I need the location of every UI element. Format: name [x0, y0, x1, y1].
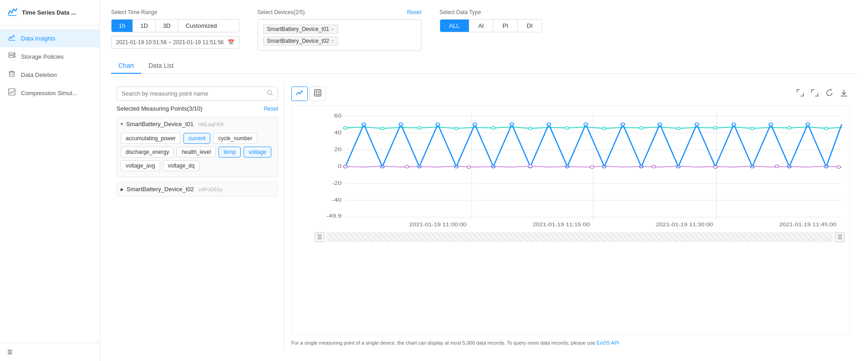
device-section-t02-header[interactable]: ▸ SmartBattery_Device_t02 zAFuD6Sy	[121, 186, 274, 193]
svg-point-85	[713, 166, 717, 168]
device-tag-t01-remove[interactable]: ×	[331, 26, 334, 32]
sidebar-footer[interactable]: ☰	[0, 343, 100, 361]
time-range-1h-button[interactable]: 1h	[112, 20, 133, 32]
download-chart-button[interactable]	[838, 87, 850, 101]
chart-scrollbar: ☰ ☰	[315, 232, 845, 242]
selected-count: Selected Measuring Points(3/10)	[117, 105, 203, 112]
right-panel: 60 40 20 0 -20 -40 -49.9	[284, 81, 857, 352]
search-box[interactable]	[117, 86, 278, 101]
scrollbar-right-handle[interactable]: ☰	[835, 232, 845, 242]
time-range-1d-button[interactable]: 1D	[133, 20, 156, 32]
device-selector-box[interactable]: SmartBattery_Device_t01 × SmartBattery_D…	[258, 19, 421, 51]
refresh-chart-button[interactable]	[823, 87, 835, 101]
sidebar-item-data-deletion[interactable]: Data Deletion	[0, 66, 100, 84]
measuring-points-reset-link[interactable]: Reset	[264, 106, 278, 112]
svg-point-87	[837, 166, 840, 168]
sidebar: Time Series Data ... Data Insights St	[0, 0, 100, 361]
svg-point-77	[806, 123, 810, 126]
scrollbar-left-handle[interactable]: ☰	[315, 232, 325, 242]
svg-point-12	[268, 91, 272, 95]
svg-rect-6	[10, 72, 14, 76]
svg-point-67	[621, 123, 624, 126]
controls-row: Select Time Range 1h 1D 3D Customized 20…	[111, 9, 857, 51]
svg-point-59	[473, 123, 477, 126]
time-range-3d-button[interactable]: 3D	[156, 20, 178, 32]
sidebar-header: Time Series Data ...	[0, 0, 100, 25]
mp-voltage[interactable]: voltage	[244, 147, 271, 158]
chart-container: 60 40 20 0 -20 -40 -49.9	[291, 106, 850, 335]
device-section-t01-header[interactable]: ▾ SmartBattery_Device_t01 HNLaqFKR	[121, 121, 274, 127]
svg-point-4	[14, 53, 15, 54]
compress-chart-button[interactable]	[809, 87, 821, 101]
mp-temp[interactable]: temp	[218, 147, 241, 158]
sidebar-item-compression-simul[interactable]: Compression Simul...	[0, 84, 100, 102]
line-chart-view-button[interactable]	[291, 86, 308, 101]
enos-api-link[interactable]: EnOS API	[597, 340, 619, 346]
mp-health-level[interactable]: health_level	[177, 147, 216, 158]
svg-point-75	[769, 123, 772, 126]
sidebar-item-data-insights[interactable]: Data Insights	[0, 29, 100, 47]
device-tag-t01: SmartBattery_Device_t01 ×	[263, 25, 338, 34]
chart-view-buttons	[291, 86, 326, 101]
data-type-all-button[interactable]: ALL	[440, 20, 469, 32]
devices-reset-link[interactable]: Reset	[407, 9, 421, 15]
svg-rect-14	[315, 90, 321, 96]
storage-policies-icon	[7, 52, 16, 61]
svg-point-65	[584, 123, 588, 126]
sidebar-item-label-data-insights: Data Insights	[21, 35, 56, 42]
mp-voltage-dq[interactable]: voltage_dq	[163, 160, 200, 171]
devices-selector-header: Select Devices(2/5) Reset	[258, 9, 421, 15]
mp-discharge-energy[interactable]: discharge_energy	[121, 147, 174, 158]
mp-voltage-avg[interactable]: voltage_avg	[121, 160, 160, 171]
chart-toolbar	[291, 86, 850, 101]
table-view-button[interactable]	[310, 86, 326, 101]
svg-point-55	[399, 123, 403, 126]
chart-svg: 60 40 20 0 -20 -40 -49.9	[315, 111, 845, 229]
date-range-input[interactable]: 2021-01-19 10:51:56 ~ 2021-01-19 11:51:5…	[111, 36, 239, 49]
device-t01-name: SmartBattery_Device_t01	[126, 121, 193, 127]
mp-accumulating-power[interactable]: accumulating_power	[121, 133, 181, 144]
search-input[interactable]	[122, 90, 267, 97]
date-range-value: 2021-01-19 10:51:56 ~ 2021-01-19 11:51:5…	[116, 39, 224, 46]
svg-point-44	[565, 127, 569, 129]
svg-point-61	[510, 123, 513, 126]
chart-actions	[794, 87, 850, 101]
svg-point-39	[381, 127, 384, 130]
device-tag-t02-remove[interactable]: ×	[331, 38, 334, 44]
svg-point-57	[436, 123, 440, 126]
tab-data-list[interactable]: Data List	[141, 58, 181, 74]
svg-point-5	[14, 56, 15, 57]
tab-chart[interactable]: Chart	[111, 58, 141, 74]
data-type-di-button[interactable]: DI	[518, 20, 542, 32]
sidebar-item-storage-policies[interactable]: Storage Policies	[0, 47, 100, 66]
svg-point-66	[603, 165, 606, 168]
chart-footer-text: For a single measuring point of a single…	[291, 340, 597, 346]
svg-point-70	[676, 165, 680, 168]
data-insights-icon	[7, 34, 16, 43]
svg-point-43	[528, 127, 532, 130]
devices-group: Select Devices(2/5) Reset SmartBattery_D…	[258, 9, 421, 51]
svg-text:2021-01-19 11:00:00: 2021-01-19 11:00:00	[409, 222, 467, 228]
scrollbar-track[interactable]	[326, 232, 833, 242]
svg-point-78	[824, 165, 828, 168]
svg-point-58	[455, 165, 458, 168]
svg-text:2021-01-19 11:30:00: 2021-01-19 11:30:00	[656, 222, 713, 228]
svg-point-47	[676, 127, 680, 130]
svg-point-53	[362, 123, 365, 126]
main-content: Select Time Range 1h 1D 3D Customized 20…	[100, 0, 868, 361]
data-type-pi-button[interactable]: PI	[493, 20, 518, 32]
data-type-ai-button[interactable]: AI	[469, 20, 493, 32]
svg-point-74	[751, 165, 754, 168]
expand-chart-button[interactable]	[794, 87, 806, 101]
mp-cycle-number[interactable]: cycle_number	[213, 133, 257, 144]
mp-current[interactable]: current	[183, 133, 210, 144]
time-range-customized-button[interactable]: Customized	[178, 20, 224, 32]
time-range-group: Select Time Range 1h 1D 3D Customized 20…	[111, 9, 239, 49]
sidebar-item-label-compression-simul: Compression Simul...	[21, 90, 77, 97]
sidebar-item-label-storage-policies: Storage Policies	[21, 53, 64, 60]
devices-label: Select Devices(2/5)	[258, 9, 305, 15]
main-tabs: Chart Data List	[111, 58, 857, 74]
svg-point-46	[640, 127, 643, 129]
chevron-right-icon-t02: ▸	[121, 186, 124, 193]
svg-point-45	[603, 127, 606, 130]
